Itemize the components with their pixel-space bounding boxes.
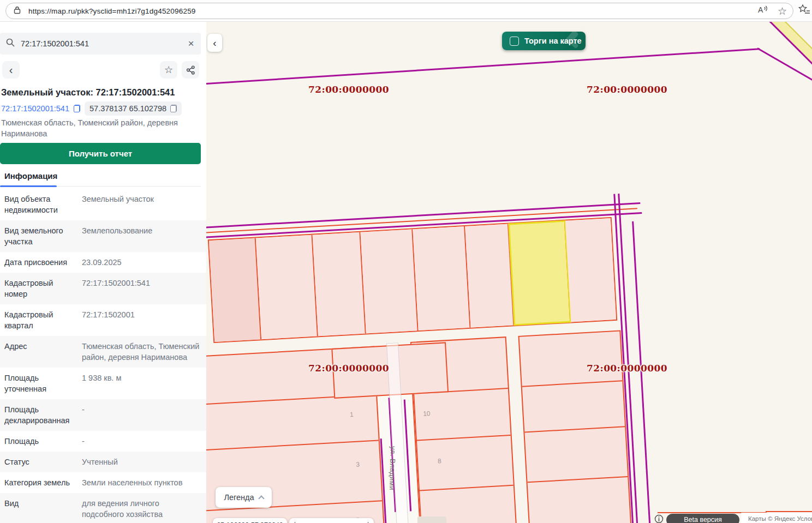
map-attribution[interactable]: Карты © Яндекс Условия [748, 515, 812, 522]
torgi-checkbox[interactable] [510, 37, 519, 46]
row-label: Категория земель [4, 477, 76, 488]
info-table: Вид объекта недвижимостиЗемельный участо… [0, 189, 206, 523]
coordinates-chip[interactable]: 57.378137 65.102798 [85, 101, 182, 116]
search-input[interactable] [21, 39, 181, 48]
row-label: Дата присвоения [4, 257, 76, 268]
address-bar[interactable]: https://map.ru/pkk?ysclid=mh1zi7g1dg4520… [5, 3, 793, 19]
row-label: Вид [4, 498, 76, 520]
url-text: https://map.ru/pkk?ysclid=mh1zi7g1dg4520… [28, 7, 196, 15]
tab-active-underline [0, 185, 57, 187]
selected-parcel[interactable] [509, 221, 571, 326]
torgi-toggle-button[interactable]: Торги на карте [502, 32, 586, 50]
row-value: Землепользование [76, 225, 201, 247]
table-row: Кадастровый номер72:17:1502001:541 [0, 273, 206, 304]
copy-icon[interactable] [170, 105, 177, 112]
quarter-label: 72:00:0000000 [308, 363, 389, 374]
row-value: Земельный участок [76, 194, 201, 215]
parcel[interactable] [313, 232, 366, 336]
object-address: Тюменская область, Тюменский район, дере… [1, 117, 181, 140]
table-row: Категория земельЗемли населенных пунктов [0, 472, 206, 493]
table-row: Площадь декларированная- [0, 399, 206, 431]
gavel-icon [559, 32, 584, 50]
svg-text:A: A [758, 5, 763, 14]
row-value: 72:17:1502001 [76, 309, 201, 331]
row-label: Вид земельного участка [4, 225, 76, 247]
parcel-block-right-column [518, 330, 635, 523]
row-label: Площадь декларированная [4, 404, 76, 426]
parcel-block-top-row [208, 217, 617, 343]
copy-icon[interactable] [74, 105, 80, 112]
parcel-layer: 1 10 3 8 5 [206, 173, 812, 523]
map-canvas[interactable]: 1 10 3 8 5 72:00:0000000 72:00:0000000 7… [206, 22, 812, 523]
share-button[interactable] [182, 61, 199, 79]
back-button[interactable]: ‹ [2, 61, 20, 79]
scale-bar: 50 m [289, 518, 374, 523]
boundary-line [206, 48, 760, 85]
cadastral-number-link[interactable]: 72:17:1502001:541 [1, 104, 69, 113]
parcel[interactable] [413, 226, 470, 330]
table-row: Виддля ведения личного подсобного хозяйс… [0, 493, 206, 523]
row-label: Площадь уточненная [4, 372, 76, 394]
parcel-number: 10 [423, 410, 431, 418]
search-icon [0, 38, 21, 49]
row-label: Вид объекта недвижимости [4, 194, 76, 215]
coordinates-value: 57.378137 65.102798 [89, 104, 166, 113]
quarter-label: 72:00:0000000 [587, 363, 667, 374]
frame-line [766, 511, 812, 512]
parcel[interactable] [209, 238, 261, 342]
row-value: Тюменская область, Тюменский район, дере… [76, 341, 201, 363]
sidebar-panel: × ‹ ☆ Земельный участок: 72:17:1502001:5… [0, 22, 206, 523]
clear-search-icon[interactable]: × [181, 38, 201, 50]
row-label: Площадь [4, 436, 76, 447]
table-row: Дата присвоения23.09.2025 [0, 252, 206, 273]
search-bar: × [0, 33, 201, 55]
chevron-up-icon [258, 495, 264, 501]
building-footprint [417, 516, 446, 523]
quarter-label: 72:00:0000000 [587, 84, 667, 95]
row-label: Адрес [4, 341, 76, 363]
row-label: Кадастровый номер [4, 278, 76, 299]
cursor-coordinates: 65.106080 57.378242 [213, 518, 287, 523]
row-value: 1 938 кв. м [76, 372, 201, 394]
collections-icon[interactable] [798, 4, 811, 18]
legend-label: Легенда [224, 493, 254, 502]
row-value: 23.09.2025 [76, 257, 201, 268]
lock-icon [14, 6, 21, 16]
row-value: 72:17:1502001:541 [76, 278, 201, 299]
parcel-number: 8 [438, 457, 441, 465]
read-aloud-icon[interactable]: A [757, 5, 769, 17]
favorite-star-icon[interactable]: ☆ [778, 5, 787, 17]
row-value: - [76, 436, 201, 447]
row-label: Кадастровый квартал [4, 309, 76, 331]
tab-information[interactable]: Информация [4, 171, 57, 181]
table-row: Вид земельного участкаЗемлепользование [0, 220, 206, 252]
parcel-number: 1 [350, 411, 354, 418]
row-value: Учтенный [76, 456, 201, 467]
favorite-button[interactable]: ☆ [160, 61, 177, 79]
info-icon[interactable] [654, 514, 664, 523]
row-value: для ведения личного подсобного хозяйства [76, 498, 201, 520]
get-report-button[interactable]: Получить отчет [0, 143, 201, 164]
row-value: Земли населенных пунктов [76, 477, 201, 488]
parcel[interactable] [360, 229, 418, 333]
quarter-label: 72:00:0000000 [308, 84, 389, 95]
table-row: АдресТюменская область, Тюменский район,… [0, 336, 206, 368]
table-row: Площадь уточненная1 938 кв. м [0, 368, 206, 399]
parcel[interactable] [565, 218, 616, 322]
browser-toolbar: https://map.ru/pkk?ysclid=mh1zi7g1dg4520… [0, 0, 812, 22]
parcel[interactable] [465, 224, 514, 328]
collapse-sidebar-button[interactable]: ‹ [207, 34, 222, 52]
table-row: СтатусУчтенный [0, 452, 206, 472]
table-row: Площадь- [0, 431, 206, 452]
row-label: Статус [4, 456, 76, 467]
road-band [767, 22, 812, 70]
parcel-number: 3 [356, 460, 360, 468]
table-row: Вид объекта недвижимостиЗемельный участо… [0, 189, 206, 220]
beta-badge: Beta версия [666, 514, 739, 523]
row-value: - [76, 404, 201, 426]
parcel[interactable] [256, 235, 318, 340]
page-title: Земельный участок: 72:17:1502001:541 [1, 87, 198, 98]
table-row: Кадастровый квартал72:17:1502001 [0, 304, 206, 336]
legend-button[interactable]: Легенда [216, 487, 272, 508]
